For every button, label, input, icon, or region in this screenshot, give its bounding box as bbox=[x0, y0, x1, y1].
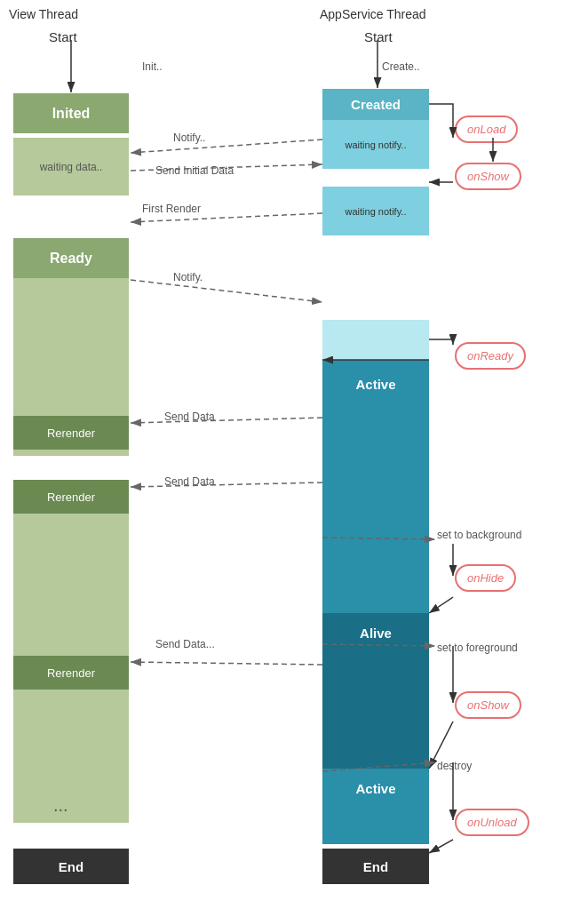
appservice-thread-header: AppService Thread bbox=[320, 7, 426, 21]
view-inited-block: Inited bbox=[13, 93, 129, 133]
view-thread-header: View Thread bbox=[9, 7, 78, 21]
notify2-label: Notify. bbox=[173, 271, 203, 283]
onunload-bubble: onUnload bbox=[455, 809, 529, 836]
send-data3-label: Send Data... bbox=[155, 638, 215, 650]
as-active1-block: Active bbox=[322, 360, 429, 409]
view-start-label: Start bbox=[49, 29, 77, 44]
as-waiting1: waiting notify.. bbox=[322, 120, 429, 169]
onready-bubble: onReady bbox=[455, 342, 526, 370]
init-label: Init.. bbox=[142, 60, 163, 73]
destroy-label: destroy bbox=[437, 760, 472, 772]
as-active1-area bbox=[322, 409, 429, 613]
onshow2-bubble: onShow bbox=[455, 691, 521, 719]
as-alive-block: Alive bbox=[322, 613, 429, 653]
as-light-blue-area bbox=[322, 320, 429, 360]
notify1-label: Notify.. bbox=[173, 132, 205, 144]
view-waiting-data: waiting data.. bbox=[13, 138, 129, 195]
as-waiting2: waiting notify.. bbox=[322, 187, 429, 235]
set-to-background-label: set to background bbox=[437, 529, 521, 541]
send-data1-label: Send Data bbox=[164, 411, 215, 423]
first-render-label: First Render bbox=[142, 203, 201, 215]
as-created-block: Created bbox=[322, 89, 429, 120]
view-rerender2: Rerender bbox=[13, 480, 129, 514]
as-active2-area bbox=[322, 809, 429, 844]
diagram-container: View Thread AppService Thread Start Init… bbox=[0, 0, 588, 901]
onload-bubble: onLoad bbox=[455, 116, 518, 143]
as-active2-block: Active bbox=[322, 769, 429, 809]
send-initial-label: Send Initial Data bbox=[155, 164, 234, 177]
set-to-foreground-label: set to foreground bbox=[437, 642, 518, 654]
onshow1-bubble: onShow bbox=[455, 163, 521, 190]
view-ready-block: Ready bbox=[13, 238, 129, 278]
send-data2-label: Send Data bbox=[164, 475, 215, 488]
view-end-block: End bbox=[13, 849, 129, 884]
as-alive-area bbox=[322, 653, 429, 769]
as-start-label: Start bbox=[364, 29, 393, 44]
view-dots: ... bbox=[53, 795, 68, 816]
onhide-bubble: onHide bbox=[455, 564, 516, 592]
view-rerender1: Rerender bbox=[13, 416, 129, 450]
create-label: Create.. bbox=[382, 60, 420, 73]
view-area3 bbox=[13, 690, 129, 823]
view-rerender3: Rerender bbox=[13, 656, 129, 690]
as-end-block: End bbox=[322, 849, 429, 884]
